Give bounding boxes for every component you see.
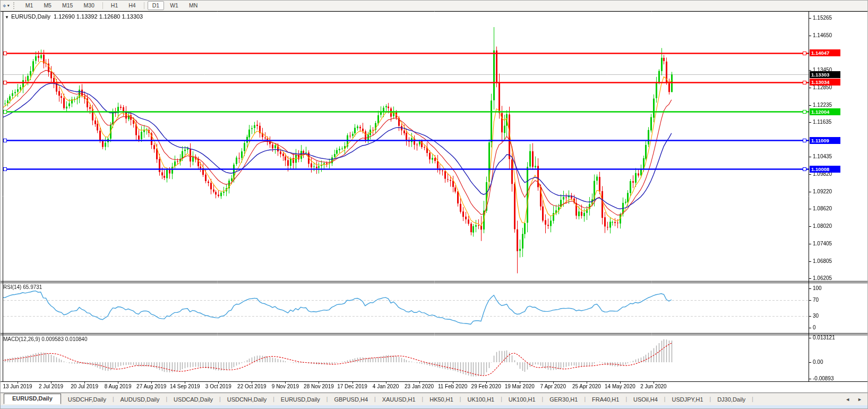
timeframe-button-h4[interactable]: H4 — [124, 1, 140, 10]
macd-label: MACD(12,26,9) 0.009583 0.010840 — [3, 336, 87, 342]
date-axis-label: 4 Jan 2020 — [373, 384, 399, 389]
date-axis-label: 14 May 2020 — [605, 384, 635, 389]
status-bar — [1, 405, 868, 409]
date-axis-label: 19 Mar 2020 — [505, 384, 535, 389]
date-axis-label: 27 Aug 2019 — [136, 384, 166, 389]
price-axis-tick: 1.08020 — [813, 223, 832, 229]
chevron-down-icon[interactable]: ▾ — [7, 3, 12, 8]
timeframe-button-m30[interactable]: M30 — [79, 1, 99, 10]
chart-tab-usoil-h4[interactable]: USOil,H4 — [628, 395, 664, 404]
support-line-label: 1.11009 — [810, 137, 840, 144]
timeframe-toolbar: ⌖ ▾ M1M5M15M30H1H4D1W1MN — [1, 1, 867, 11]
toolbar-separator — [102, 2, 103, 9]
price-axis-tick: 1.14650 — [813, 32, 832, 38]
price-axis-tick: 1.06205 — [813, 275, 832, 281]
chart-tab-bar: EURUSD,DailyUSDCHF,Daily|AUDUSD,Daily|US… — [1, 393, 868, 405]
toolbar-grip-handle — [13, 2, 16, 9]
rsi-axis-tick: 70 — [813, 297, 819, 303]
chart-title-ohlc: 1.12690 1.13392 1.12680 1.13303 — [54, 13, 143, 20]
date-axis-label: 8 Aug 2019 — [105, 384, 132, 389]
timeframe-button-m15[interactable]: M15 — [57, 1, 78, 10]
price-axis-tick: 1.08620 — [813, 206, 832, 211]
chart-tab-audusd-daily[interactable]: AUDUSD,Daily — [115, 395, 166, 404]
date-axis-label: 29 Feb 2020 — [471, 384, 501, 389]
chart-tab-eurusd-daily[interactable]: EURUSD,Daily — [275, 395, 326, 404]
support-line-label: 1.10008 — [810, 166, 840, 173]
date-axis-label: 28 Nov 2019 — [304, 384, 334, 389]
date-axis-label: 9 Nov 2019 — [272, 384, 299, 389]
date-axis-label: 22 Oct 2019 — [237, 384, 266, 389]
crosshair-tool-icon[interactable]: ⌖ — [1, 1, 7, 11]
chart-tab-eurusd-daily[interactable]: EURUSD,Daily — [4, 394, 61, 404]
rsi-axis-tick: 100 — [813, 285, 822, 291]
rsi-axis-tick: 30 — [813, 313, 819, 319]
price-axis-tick: 1.07405 — [813, 241, 832, 246]
chart-tab-usdjpy-h1[interactable]: USDJPY,H1 — [666, 395, 709, 404]
date-axis-label: 20 Jul 2019 — [71, 384, 98, 389]
date-axis-label: 2 Jul 2019 — [39, 384, 63, 389]
timeframe-button-w1[interactable]: W1 — [165, 1, 183, 10]
timeframe-button-m1[interactable]: M1 — [21, 1, 38, 10]
current-price-label: 1.13303 — [810, 71, 840, 78]
timeframe-button-h1[interactable]: H1 — [106, 1, 123, 10]
chart-tab-usdcnh-daily[interactable]: USDCNH,Daily — [221, 395, 273, 404]
resistance-line-label: 1.14047 — [810, 49, 840, 56]
collapse-triangle-icon[interactable]: ▼ — [5, 15, 9, 20]
chart-tab-ger30-h1[interactable]: GER30,H1 — [544, 395, 583, 404]
date-axis-label: 2 Jun 2020 — [640, 384, 667, 389]
chart-canvas[interactable] — [1, 1, 868, 409]
date-axis-label: 13 Jun 2019 — [3, 384, 32, 389]
price-axis-tick: 1.12235 — [813, 102, 832, 108]
price-axis-tick: 1.15265 — [813, 15, 832, 21]
chart-tab-usdcad-daily[interactable]: USDCAD,Daily — [168, 395, 219, 404]
chart-title-symbol: EURUSD,Daily — [11, 13, 50, 20]
date-axis-label: 25 Apr 2020 — [572, 384, 601, 389]
resistance-line-label: 1.13034 — [810, 79, 840, 86]
date-axis-label: 14 Sep 2019 — [170, 384, 200, 389]
macd-axis-tick: 0.00 — [813, 359, 823, 365]
date-axis-label: 11 Feb 2020 — [438, 384, 467, 389]
date-axis-label: 17 Dec 2019 — [337, 384, 367, 389]
chart-title: ▼EURUSD,Daily 1.12690 1.13392 1.12680 1.… — [5, 13, 143, 20]
chart-tab-fra40-h1[interactable]: FRA40,H1 — [586, 395, 625, 404]
chart-tabs: EURUSD,DailyUSDCHF,Daily|AUDUSD,Daily|US… — [1, 395, 754, 404]
toolbar-separator — [144, 2, 144, 9]
price-axis-tick: 1.06805 — [813, 258, 832, 264]
chart-tab-gbpusd-h4[interactable]: GBPUSD,H4 — [328, 395, 374, 404]
chart-tab-uk100-h1[interactable]: UK100,H1 — [461, 395, 500, 404]
timeframe-button-d1[interactable]: D1 — [148, 1, 164, 10]
rsi-axis-tick: 0 — [813, 325, 816, 330]
chart-tab-uk100-h1[interactable]: UK100,H1 — [503, 395, 542, 404]
tab-scroll-right-icon[interactable]: ► — [857, 397, 862, 402]
date-axis-label: 23 Jan 2020 — [405, 384, 434, 389]
tab-scroll-arrows: ◄ ► — [845, 397, 862, 402]
rsi-label: RSI(14) 65.9731 — [3, 284, 42, 290]
timeframe-button-mn[interactable]: MN — [184, 1, 202, 10]
macd-axis-tick: 0.013121 — [813, 335, 835, 340]
timeframe-buttons: M1M5M15M30H1H4D1W1MN — [20, 1, 203, 10]
price-axis-tick: 1.10435 — [813, 154, 832, 159]
support-line-label: 1.12004 — [810, 108, 840, 115]
tab-separator: | — [751, 396, 754, 402]
date-axis-label: 3 Oct 2019 — [205, 384, 231, 389]
chart-tab-xauusd-h1[interactable]: XAUUSD,H1 — [376, 395, 422, 404]
tab-scroll-left-icon[interactable]: ◄ — [845, 397, 850, 402]
macd-axis-tick: -0.00893 — [813, 376, 833, 381]
date-axis-label: 7 Apr 2020 — [540, 384, 566, 389]
chart-tab-hk50-h1[interactable]: HK50,H1 — [424, 395, 459, 404]
price-axis-tick: 1.09220 — [813, 189, 832, 194]
timeframe-button-m5[interactable]: M5 — [39, 1, 56, 10]
price-axis-tick: 1.11635 — [813, 119, 831, 125]
chart-tab-dj30-daily[interactable]: DJ30,Daily — [711, 395, 751, 404]
mt4-window: ⌖ ▾ M1M5M15M30H1H4D1W1MN ▼EURUSD,Daily 1… — [0, 0, 868, 409]
chart-tab-usdchf-daily[interactable]: USDCHF,Daily — [62, 395, 112, 404]
